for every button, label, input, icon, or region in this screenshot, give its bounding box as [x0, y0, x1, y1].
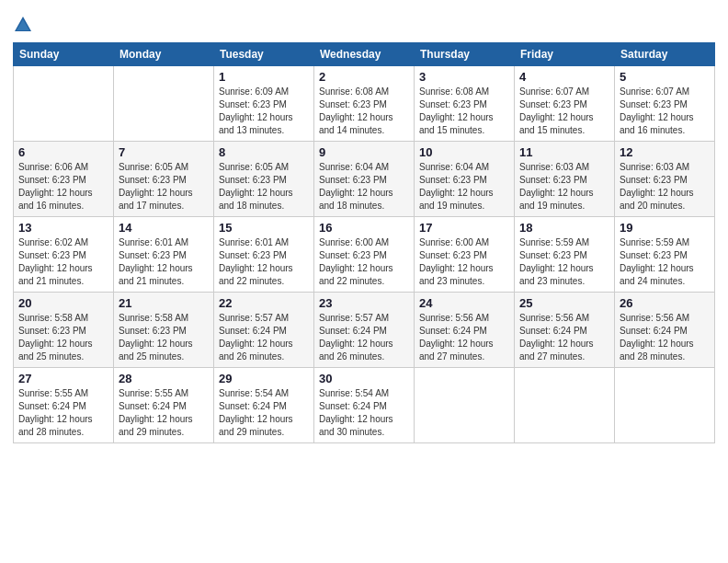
day-number: 25: [519, 296, 609, 310]
calendar-week-row: 1Sunrise: 6:09 AM Sunset: 6:23 PM Daylig…: [14, 66, 715, 142]
day-info: Sunrise: 5:58 AM Sunset: 6:23 PM Dayligh…: [18, 312, 108, 363]
day-number: 8: [219, 145, 309, 159]
day-number: 9: [319, 145, 409, 159]
calendar-cell: 21Sunrise: 5:58 AM Sunset: 6:23 PM Dayli…: [114, 293, 214, 368]
calendar-cell: 23Sunrise: 5:57 AM Sunset: 6:24 PM Dayli…: [314, 293, 415, 368]
day-info: Sunrise: 5:57 AM Sunset: 6:24 PM Dayligh…: [319, 312, 409, 363]
col-header-saturday: Saturday: [615, 43, 715, 66]
calendar-cell: 11Sunrise: 6:03 AM Sunset: 6:23 PM Dayli…: [515, 142, 615, 217]
calendar-cell: 24Sunrise: 5:56 AM Sunset: 6:24 PM Dayli…: [415, 293, 515, 368]
day-number: 20: [18, 296, 108, 310]
day-number: 17: [419, 221, 509, 235]
calendar-cell: [114, 66, 214, 142]
calendar-cell: [515, 368, 615, 443]
day-number: 21: [119, 296, 209, 310]
calendar-cell: 7Sunrise: 6:05 AM Sunset: 6:23 PM Daylig…: [114, 142, 214, 217]
day-info: Sunrise: 6:00 AM Sunset: 6:23 PM Dayligh…: [419, 236, 509, 288]
day-info: Sunrise: 6:07 AM Sunset: 6:23 PM Dayligh…: [620, 86, 710, 137]
day-number: 15: [219, 221, 309, 235]
day-info: Sunrise: 6:01 AM Sunset: 6:23 PM Dayligh…: [119, 236, 209, 288]
day-number: 29: [219, 372, 309, 385]
col-header-wednesday: Wednesday: [314, 43, 415, 66]
day-info: Sunrise: 5:57 AM Sunset: 6:24 PM Dayligh…: [219, 312, 309, 363]
day-number: 7: [119, 145, 209, 159]
day-number: 27: [18, 372, 108, 385]
day-info: Sunrise: 5:54 AM Sunset: 6:24 PM Dayligh…: [219, 387, 309, 439]
day-number: 1: [219, 70, 309, 84]
day-info: Sunrise: 6:00 AM Sunset: 6:23 PM Dayligh…: [319, 236, 409, 288]
calendar-cell: 28Sunrise: 5:55 AM Sunset: 6:24 PM Dayli…: [114, 368, 214, 443]
col-header-thursday: Thursday: [415, 43, 515, 66]
calendar-cell: 10Sunrise: 6:04 AM Sunset: 6:23 PM Dayli…: [415, 142, 515, 217]
day-info: Sunrise: 6:08 AM Sunset: 6:23 PM Dayligh…: [419, 86, 509, 137]
calendar-week-row: 20Sunrise: 5:58 AM Sunset: 6:23 PM Dayli…: [14, 293, 715, 368]
day-number: 5: [620, 70, 710, 84]
calendar-cell: 25Sunrise: 5:56 AM Sunset: 6:24 PM Dayli…: [515, 293, 615, 368]
calendar-week-row: 13Sunrise: 6:02 AM Sunset: 6:23 PM Dayli…: [14, 217, 715, 293]
calendar-cell: [14, 66, 114, 142]
day-info: Sunrise: 6:07 AM Sunset: 6:23 PM Dayligh…: [519, 86, 609, 137]
calendar-cell: 22Sunrise: 5:57 AM Sunset: 6:24 PM Dayli…: [214, 293, 314, 368]
calendar-cell: 27Sunrise: 5:55 AM Sunset: 6:24 PM Dayli…: [14, 368, 114, 443]
calendar-header-row: SundayMondayTuesdayWednesdayThursdayFrid…: [14, 43, 715, 66]
day-info: Sunrise: 5:54 AM Sunset: 6:24 PM Dayligh…: [319, 387, 409, 439]
calendar-cell: 14Sunrise: 6:01 AM Sunset: 6:23 PM Dayli…: [114, 217, 214, 293]
day-number: 12: [620, 145, 710, 159]
day-info: Sunrise: 6:06 AM Sunset: 6:23 PM Dayligh…: [18, 161, 108, 213]
calendar-cell: 9Sunrise: 6:04 AM Sunset: 6:23 PM Daylig…: [314, 142, 415, 217]
day-info: Sunrise: 5:56 AM Sunset: 6:24 PM Dayligh…: [620, 312, 710, 363]
calendar-cell: 16Sunrise: 6:00 AM Sunset: 6:23 PM Dayli…: [314, 217, 415, 293]
calendar-cell: 1Sunrise: 6:09 AM Sunset: 6:23 PM Daylig…: [214, 66, 314, 142]
day-info: Sunrise: 6:05 AM Sunset: 6:23 PM Dayligh…: [119, 161, 209, 213]
calendar-cell: 18Sunrise: 5:59 AM Sunset: 6:23 PM Dayli…: [515, 217, 615, 293]
day-info: Sunrise: 6:08 AM Sunset: 6:23 PM Dayligh…: [319, 86, 409, 137]
calendar-table: SundayMondayTuesdayWednesdayThursdayFrid…: [13, 42, 715, 443]
day-number: 26: [620, 296, 710, 310]
calendar-cell: 8Sunrise: 6:05 AM Sunset: 6:23 PM Daylig…: [214, 142, 314, 217]
calendar-cell: [615, 368, 715, 443]
day-info: Sunrise: 5:56 AM Sunset: 6:24 PM Dayligh…: [419, 312, 509, 363]
calendar-cell: 20Sunrise: 5:58 AM Sunset: 6:23 PM Dayli…: [14, 293, 114, 368]
calendar-cell: 12Sunrise: 6:03 AM Sunset: 6:23 PM Dayli…: [615, 142, 715, 217]
calendar-cell: 13Sunrise: 6:02 AM Sunset: 6:23 PM Dayli…: [14, 217, 114, 293]
header: [13, 9, 715, 35]
page: SundayMondayTuesdayWednesdayThursdayFrid…: [0, 0, 728, 563]
day-number: 4: [519, 70, 609, 84]
day-info: Sunrise: 5:59 AM Sunset: 6:23 PM Dayligh…: [620, 236, 710, 288]
calendar-cell: 17Sunrise: 6:00 AM Sunset: 6:23 PM Dayli…: [415, 217, 515, 293]
day-number: 10: [419, 145, 509, 159]
logo: [13, 13, 35, 35]
day-number: 14: [119, 221, 209, 235]
col-header-tuesday: Tuesday: [214, 43, 314, 66]
calendar-cell: 19Sunrise: 5:59 AM Sunset: 6:23 PM Dayli…: [615, 217, 715, 293]
day-number: 11: [519, 145, 609, 159]
day-info: Sunrise: 6:03 AM Sunset: 6:23 PM Dayligh…: [519, 161, 609, 213]
col-header-sunday: Sunday: [14, 43, 114, 66]
day-info: Sunrise: 6:09 AM Sunset: 6:23 PM Dayligh…: [219, 86, 309, 137]
day-info: Sunrise: 6:04 AM Sunset: 6:23 PM Dayligh…: [319, 161, 409, 213]
day-number: 3: [419, 70, 509, 84]
calendar-cell: 6Sunrise: 6:06 AM Sunset: 6:23 PM Daylig…: [14, 142, 114, 217]
day-number: 24: [419, 296, 509, 310]
calendar-cell: 2Sunrise: 6:08 AM Sunset: 6:23 PM Daylig…: [314, 66, 415, 142]
day-number: 19: [620, 221, 710, 235]
calendar-cell: 29Sunrise: 5:54 AM Sunset: 6:24 PM Dayli…: [214, 368, 314, 443]
calendar-cell: 15Sunrise: 6:01 AM Sunset: 6:23 PM Dayli…: [214, 217, 314, 293]
day-number: 22: [219, 296, 309, 310]
calendar-cell: 5Sunrise: 6:07 AM Sunset: 6:23 PM Daylig…: [615, 66, 715, 142]
col-header-monday: Monday: [114, 43, 214, 66]
calendar-cell: 26Sunrise: 5:56 AM Sunset: 6:24 PM Dayli…: [615, 293, 715, 368]
logo-icon: [13, 15, 33, 35]
calendar-week-row: 6Sunrise: 6:06 AM Sunset: 6:23 PM Daylig…: [14, 142, 715, 217]
day-info: Sunrise: 5:58 AM Sunset: 6:23 PM Dayligh…: [119, 312, 209, 363]
calendar-cell: 4Sunrise: 6:07 AM Sunset: 6:23 PM Daylig…: [515, 66, 615, 142]
day-info: Sunrise: 5:59 AM Sunset: 6:23 PM Dayligh…: [519, 236, 609, 288]
day-number: 2: [319, 70, 409, 84]
calendar-cell: [415, 368, 515, 443]
day-info: Sunrise: 6:03 AM Sunset: 6:23 PM Dayligh…: [620, 161, 710, 213]
day-info: Sunrise: 5:55 AM Sunset: 6:24 PM Dayligh…: [119, 387, 209, 439]
calendar-week-row: 27Sunrise: 5:55 AM Sunset: 6:24 PM Dayli…: [14, 368, 715, 443]
day-info: Sunrise: 6:02 AM Sunset: 6:23 PM Dayligh…: [18, 236, 108, 288]
day-number: 16: [319, 221, 409, 235]
day-number: 23: [319, 296, 409, 310]
